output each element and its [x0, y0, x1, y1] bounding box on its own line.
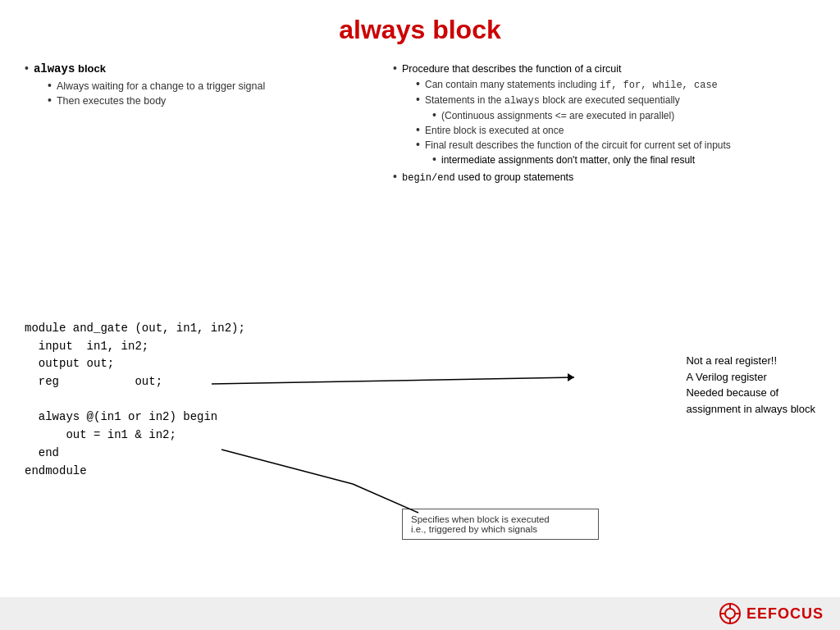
- register-note: Not a real register!! A Verilog register…: [686, 353, 815, 417]
- always-keyword: always: [34, 62, 75, 75]
- right-sub-sub: • (Continuous assignments <= are execute…: [432, 108, 815, 121]
- left-sub-2: • Then executes the body: [48, 94, 377, 107]
- page-title: always block: [0, 0, 840, 53]
- begin-end-bullet: • begin/end used to group statements: [393, 170, 815, 184]
- bullet-dot-1: •: [25, 62, 29, 75]
- right-sub-1: • Can contain many statements including …: [416, 77, 815, 91]
- eefocus-logo-icon: [719, 602, 742, 625]
- block-text: block: [75, 62, 106, 75]
- right-main-bullet: • Procedure that describes the function …: [393, 62, 815, 75]
- right-sub-3: • Entire block is executed at once: [416, 123, 815, 136]
- annotation-box: Specifies when block is executed i.e., t…: [402, 509, 599, 540]
- left-main-bullet: • always block: [25, 62, 377, 75]
- right-sub-2: • Statements in the always block are exe…: [416, 93, 815, 107]
- left-sub-bullets: • Always waiting for a change to a trigg…: [48, 79, 377, 107]
- eefocus-logo: EEFOCUS: [719, 602, 824, 625]
- left-sub-1: • Always waiting for a change to a trigg…: [48, 79, 377, 92]
- svg-point-5: [725, 609, 735, 619]
- left-column: • always block • Always waiting for a ch…: [25, 62, 377, 186]
- content-area: • always block • Always waiting for a ch…: [0, 53, 840, 186]
- right-sub-4: • Final result describes the function of…: [416, 138, 815, 151]
- left-main-text: always block: [34, 62, 106, 75]
- eefocus-text: EEFOCUS: [746, 605, 824, 623]
- footer: EEFOCUS: [0, 597, 840, 630]
- right-column: • Procedure that describes the function …: [393, 62, 815, 186]
- right-sub-bullets: • Can contain many statements including …: [416, 77, 815, 166]
